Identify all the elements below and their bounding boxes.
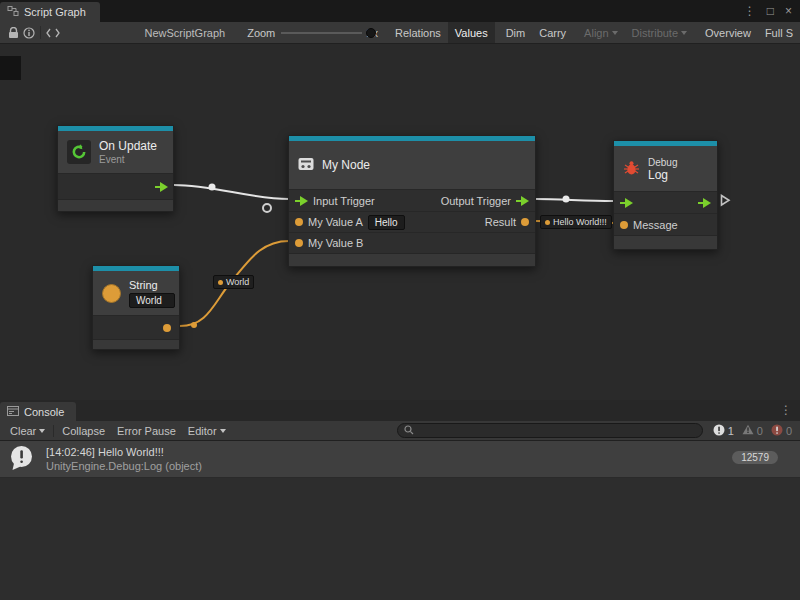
fullscreen-button[interactable]: Full S (758, 22, 800, 44)
console-menu-icon[interactable]: ⋮ (780, 403, 792, 417)
align-button[interactable]: Align (577, 22, 624, 44)
close-icon[interactable]: × (785, 4, 792, 18)
string-value-field[interactable]: World (129, 293, 175, 308)
port-debug-trigger-out[interactable] (698, 198, 711, 208)
chevron-down-icon (612, 31, 618, 35)
port-debug-trigger-in[interactable] (620, 198, 633, 208)
zoom-slider-knob[interactable] (366, 28, 376, 38)
port-message[interactable] (620, 221, 628, 229)
port-output-trigger[interactable] (516, 196, 529, 206)
node-title: Log (648, 168, 677, 182)
console-search-input[interactable] (397, 423, 703, 438)
node-title: On Update (99, 139, 157, 153)
node-debug-log[interactable]: Debug Log Message (613, 140, 718, 250)
log-stack-trace: UnityEngine.Debug:Log (object) (46, 460, 202, 472)
flow-dot (209, 184, 216, 191)
collapse-button[interactable]: Collapse (56, 421, 111, 441)
node-subtitle: Event (99, 154, 157, 165)
unit-icon (298, 157, 314, 173)
port-value-a[interactable] (295, 218, 303, 226)
wire-onupdate-to-input-trigger[interactable] (174, 185, 289, 199)
on-update-event-icon (67, 140, 91, 164)
console-empty-area (0, 478, 800, 600)
values-button[interactable]: Values (448, 22, 495, 44)
chevron-down-icon (39, 429, 45, 433)
console-icon (7, 406, 19, 418)
editor-button[interactable]: Editor (182, 421, 232, 441)
unconnected-trigger-port-icon[interactable] (720, 194, 731, 209)
value-dot-icon (218, 280, 223, 285)
relations-button[interactable]: Relations (388, 22, 448, 44)
warning-count-toggle[interactable]: 0 (738, 424, 767, 437)
graph-toolbar: NewScriptGraph Zoom 1x Relations Values … (0, 22, 800, 44)
distribute-button[interactable]: Distribute (625, 22, 694, 44)
script-graph-icon (7, 5, 19, 19)
bug-icon (623, 160, 640, 178)
tab-console[interactable]: Console (0, 402, 76, 421)
overview-button[interactable]: Overview (698, 22, 758, 44)
zoom-slider[interactable] (281, 22, 362, 44)
wire-value-badge-hello-world: Hello World!!! (540, 215, 612, 229)
port-input-trigger[interactable] (295, 196, 308, 206)
tab-script-graph[interactable]: Script Graph (0, 2, 100, 22)
string-literal-icon (102, 284, 121, 303)
console-panel: Console ⋮ Clear Collapse Error Pause Edi… (0, 400, 800, 600)
log-message: [14:02:46] Hello World!!! (46, 446, 202, 458)
node-subtitle: Debug (648, 157, 677, 168)
value-b-row: My Value B (289, 232, 535, 253)
code-icon[interactable] (45, 22, 60, 44)
value-a-field[interactable]: Hello (368, 215, 405, 230)
console-tab-bar: Console ⋮ (0, 400, 800, 421)
message-row: Message (614, 213, 717, 235)
info-bubble-icon (713, 424, 725, 438)
dim-button[interactable]: Dim (499, 22, 533, 44)
window-tab-bar: Script Graph ⋮ □ × (0, 0, 800, 22)
node-string[interactable]: String World (92, 265, 180, 350)
wire-output-trigger-to-debug[interactable] (536, 199, 614, 201)
error-count-toggle[interactable]: 0 (767, 424, 796, 438)
node-title: String (129, 279, 175, 291)
trigger-row: Input Trigger Output Trigger (289, 189, 535, 211)
pane-menu-icon[interactable]: ⋮ (744, 4, 756, 18)
node-my-node[interactable]: My Node Input Trigger Output Trigger My … (288, 135, 536, 267)
clear-button[interactable]: Clear (4, 421, 51, 441)
chevron-down-icon (220, 429, 226, 433)
console-toolbar: Clear Collapse Error Pause Editor 1 0 (0, 421, 800, 441)
trigger-row (614, 191, 717, 213)
lock-icon[interactable] (6, 22, 21, 44)
graph-canvas[interactable]: On Update Event My Node Input Trigger (0, 44, 800, 400)
log-info-bubble-icon (8, 445, 35, 473)
log-collapse-count-badge: 12579 (732, 451, 778, 464)
node-title: My Node (322, 158, 370, 172)
node-on-update[interactable]: On Update Event (57, 125, 174, 212)
value-a-row: My Value A Hello Result (289, 211, 535, 232)
search-icon (404, 425, 414, 437)
unity-script-graph-window: Script Graph ⋮ □ × NewScriptGraph Zoom 1… (0, 0, 800, 600)
info-icon[interactable] (21, 22, 36, 44)
zoom-slider-track (281, 32, 362, 34)
tab-label: Script Graph (24, 6, 86, 18)
port-string-out[interactable] (163, 324, 171, 332)
window-controls: ⋮ □ × (744, 0, 800, 22)
port-value-b[interactable] (295, 239, 303, 247)
flow-dot (563, 196, 570, 203)
maximize-icon[interactable]: □ (767, 4, 774, 18)
port-result[interactable] (521, 218, 529, 226)
chevron-down-icon (681, 31, 687, 35)
port-trigger-out[interactable] (155, 182, 168, 192)
warning-triangle-icon (742, 424, 754, 437)
error-octagon-icon (771, 424, 783, 438)
graph-name-label: NewScriptGraph (144, 27, 225, 39)
value-dot-icon (545, 220, 550, 225)
unconnected-value-port-icon[interactable] (262, 203, 272, 213)
zoom-label: Zoom (247, 27, 275, 39)
carry-button[interactable]: Carry (532, 22, 573, 44)
info-count-toggle[interactable]: 1 (709, 424, 738, 438)
flow-dot (191, 322, 197, 328)
wire-value-badge-world: World (213, 275, 254, 289)
console-log-entry[interactable]: [14:02:46] Hello World!!! UnityEngine.De… (0, 441, 800, 478)
error-pause-button[interactable]: Error Pause (111, 421, 182, 441)
